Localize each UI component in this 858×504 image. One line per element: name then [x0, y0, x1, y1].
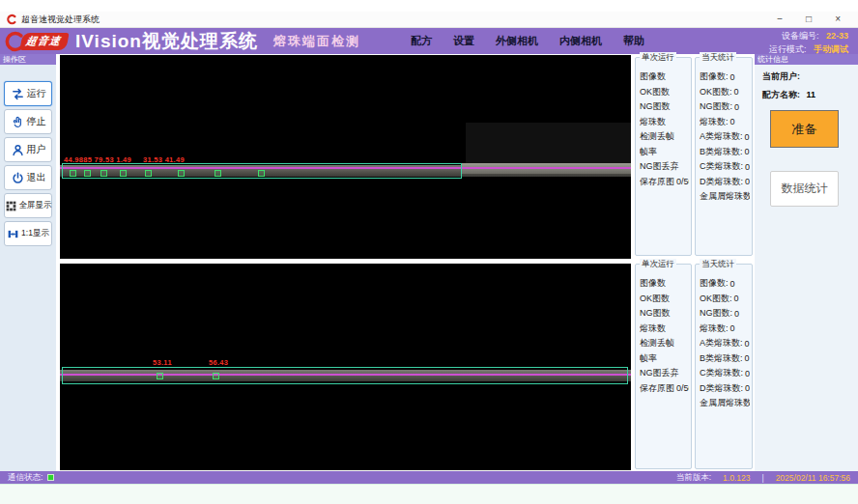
stat-row: 金属屑熔珠数: 0: [700, 396, 750, 411]
power-icon: [11, 171, 25, 185]
group-box-title: 单次运行: [640, 52, 676, 64]
group-box-title: 当天统计: [700, 259, 736, 270]
stat-row: NG图数: 0: [700, 99, 750, 115]
stat-row: OK图数: 0: [700, 292, 750, 307]
status-bar-right: 当前版本: 1.0.123 | 2025/02/11 16:57:56: [676, 472, 850, 484]
menu-item[interactable]: 内侧相机: [559, 34, 602, 48]
main-menu: 配方设置外侧相机内侧相机帮助: [411, 34, 644, 48]
app-logo-icon: [6, 14, 17, 25]
version-value: 1.0.123: [723, 473, 750, 483]
stat-row: 熔珠数: [640, 115, 689, 130]
stat-value: 0: [745, 147, 750, 156]
detection-box: [84, 170, 91, 177]
one-to-one-icon: [7, 228, 19, 240]
stat-label: NG图丢弃: [640, 367, 679, 379]
stat-label: 熔珠数: [640, 322, 666, 335]
stat-row: NG图丢弃: [640, 159, 689, 175]
stop-button-label: 停止: [27, 115, 46, 128]
stat-value: 0: [730, 279, 735, 289]
hand-icon: [11, 115, 25, 129]
stat-label: C类熔珠数:: [700, 367, 743, 379]
stat-row: C类熔珠数: 0: [700, 366, 750, 381]
stat-row: B类熔珠数: 0: [700, 145, 750, 160]
window-controls: − □ ×: [777, 14, 852, 24]
stat-value: 0: [745, 162, 750, 172]
recipe-name-label: 配方名称:: [762, 90, 800, 99]
stat-label: C类熔珠数:: [700, 160, 743, 173]
prepare-button[interactable]: 准备: [770, 110, 839, 148]
stat-value: 0: [745, 383, 750, 393]
datetime-value: 2025/02/11 16:57:56: [776, 473, 850, 483]
user-button[interactable]: 用户: [4, 137, 52, 162]
menu-item[interactable]: 帮助: [623, 34, 644, 48]
comm-status-label: 通信状态:: [8, 472, 43, 484]
user-button-label: 用户: [27, 143, 46, 156]
app-header: 超音速 IVision视觉处理系统 熔珠端面检测 配方设置外侧相机内侧相机帮助 …: [0, 28, 858, 54]
stat-row: 熔珠数: [640, 322, 689, 337]
stat-label: OK图数: [640, 293, 670, 305]
measurement-annotation: 53.11: [153, 358, 172, 367]
stat-value: 0: [730, 72, 735, 82]
fullscreen-button[interactable]: 全屏显示: [4, 193, 52, 218]
stat-label: NG图数:: [700, 100, 732, 113]
stat-row: 检测丢帧: [640, 336, 689, 351]
stat-value: 0: [745, 339, 750, 349]
version-label: 当前版本:: [676, 472, 711, 484]
menu-item[interactable]: 外侧相机: [496, 34, 538, 48]
stat-row: D类熔珠数: 0: [700, 381, 750, 397]
menu-item[interactable]: 配方: [411, 34, 432, 48]
measurement-annotation: 44.9885 79.53 1.49: [64, 155, 131, 164]
outer-camera-viewport: 44.9885 79.53 1.49 31.53 41.49: [60, 55, 631, 259]
maximize-icon[interactable]: □: [806, 14, 812, 24]
minimize-icon[interactable]: −: [777, 14, 783, 24]
stat-rows: 图像数 OK图数 NG图数 熔珠数 检测丢帧 帧率 NG图丢弃: [636, 58, 691, 189]
stat-rows: 图像数 OK图数 NG图数 熔珠数 检测丢帧 帧率 NG图丢弃: [636, 265, 691, 396]
one-to-one-button[interactable]: 1:1显示: [4, 221, 52, 246]
detection-box: [70, 170, 76, 177]
stat-value: 0: [734, 309, 739, 319]
stat-label: 金属屑熔珠数:: [700, 397, 750, 409]
single-run-stats-top: 单次运行 图像数 OK图数 NG图数 熔珠数 检测丢帧 帧率 NG图丢弃: [635, 57, 692, 256]
data-statistics-button[interactable]: 数据统计: [770, 171, 839, 207]
stat-value: 0: [745, 177, 750, 186]
stat-label: NG图数: [640, 307, 671, 320]
stat-row: OK图数: 0: [700, 85, 750, 100]
app-subtitle: 熔珠端面检测: [273, 33, 360, 50]
stat-value: 0: [730, 117, 735, 126]
run-loop-icon: [11, 87, 25, 101]
stat-label: 金属屑熔珠数:: [700, 190, 750, 203]
detection-box: [178, 170, 185, 177]
device-number-label: 设备编号:: [782, 31, 819, 41]
stat-label: 保存原图: [640, 176, 674, 188]
stat-label: B类熔珠数:: [700, 352, 743, 365]
stat-row: B类熔珠数: 0: [700, 351, 750, 367]
stop-button[interactable]: 停止: [4, 109, 52, 134]
stat-value: 0/500: [676, 383, 689, 393]
run-mode-value: 手动调试: [814, 44, 848, 54]
close-icon[interactable]: ×: [835, 14, 841, 24]
stat-row: A类熔珠数: 0: [700, 129, 750, 145]
stat-label: OK图数: [640, 86, 670, 98]
menu-item[interactable]: 设置: [453, 34, 474, 48]
recipe-name-value: 11: [807, 90, 816, 99]
device-number-value: 22-33: [826, 31, 848, 41]
comm-status-indicator: [47, 474, 54, 481]
stat-row: D类熔珠数: 0: [700, 175, 750, 190]
run-button[interactable]: 运行: [4, 81, 52, 106]
stat-value: 0: [734, 294, 739, 303]
stat-value: 0: [734, 87, 739, 97]
window-titlebar: 超音速视觉处理系统 − □ ×: [0, 12, 858, 28]
stat-row: NG图丢弃: [640, 366, 689, 381]
stat-row: 保存原图 0/500: [640, 381, 689, 397]
exit-button-label: 退出: [27, 171, 46, 184]
stat-row: OK图数: [640, 85, 689, 100]
stat-label: 帧率: [640, 146, 657, 158]
stat-value: 0: [745, 353, 750, 363]
status-separator: |: [761, 473, 763, 483]
one-to-one-button-label: 1:1显示: [21, 228, 49, 239]
group-box-title: 单次运行: [640, 259, 676, 270]
exit-button[interactable]: 退出: [4, 165, 52, 190]
run-mode-label: 运行模式:: [769, 44, 807, 54]
app-main-title: IVision视觉处理系统: [75, 29, 258, 54]
info-panel-title: 统计信息: [755, 54, 858, 65]
